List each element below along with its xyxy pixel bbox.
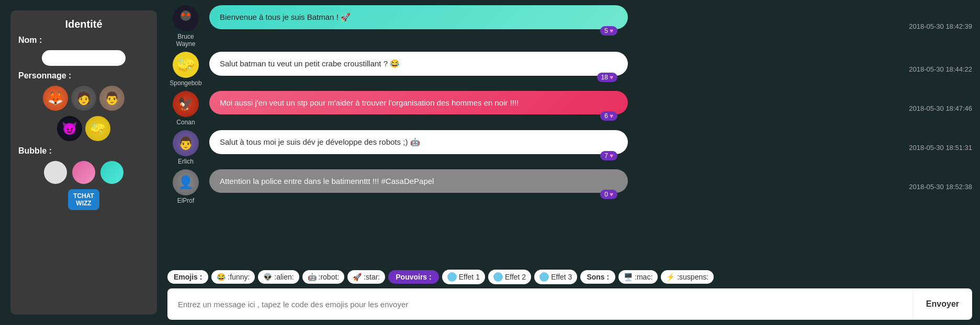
bubble-wrap: Attention la police entre dans le batime… xyxy=(209,169,898,193)
personnage-grid-row2: 😈 🧽 xyxy=(57,116,110,141)
bubble-wrap: Moi aussi j'en veut un stp pour m'aider … xyxy=(209,91,898,114)
svg-point-3 xyxy=(187,13,190,16)
message-bubble: Moi aussi j'en veut un stp pour m'aider … xyxy=(209,91,628,114)
avatar: 👤 xyxy=(173,169,199,195)
son-mac[interactable]: 🖥️ :mac: xyxy=(618,270,658,284)
bubble-label: Bubble : xyxy=(18,146,52,156)
message-bubble: Attention la police entre dans le batime… xyxy=(209,169,628,193)
bubble-options xyxy=(44,161,123,184)
avatar-option-2[interactable]: 🧑 xyxy=(71,86,96,111)
table-row: Bruce Wayne Bienvenue à tous je suis Bat… xyxy=(167,5,972,48)
avatar-option-3[interactable]: 👨 xyxy=(99,86,125,111)
send-button[interactable]: Envoyer xyxy=(913,288,972,320)
timestamp: 2018-05-30 18:47:46 xyxy=(909,105,972,112)
messages-area: Bruce Wayne Bienvenue à tous je suis Bat… xyxy=(167,5,977,265)
message-bubble: Bienvenue à tous je suis Batman ! 🚀 5 ♥ xyxy=(209,5,628,29)
timestamp: 2018-05-30 18:52:38 xyxy=(909,183,972,191)
main-area: Bruce Wayne Bienvenue à tous je suis Bat… xyxy=(162,0,980,325)
like-badge[interactable]: 5 ♥ xyxy=(600,26,617,36)
avatar: 🦅 xyxy=(173,91,199,117)
bubble-white[interactable] xyxy=(44,161,67,184)
like-badge[interactable]: 18 ♥ xyxy=(597,73,617,82)
personnage-label: Personnage : xyxy=(18,71,71,80)
personnage-grid: 🦊 🧑 👨 xyxy=(43,86,125,111)
timestamp: 2018-05-30 18:51:31 xyxy=(909,144,972,152)
avatar xyxy=(173,5,199,31)
user-name: Conan xyxy=(176,119,195,126)
bubble-cyan[interactable] xyxy=(100,161,123,184)
bubble-wrap: Bienvenue à tous je suis Batman ! 🚀 5 ♥ xyxy=(209,5,898,29)
name-input[interactable] xyxy=(42,50,126,66)
avatar: 👨 xyxy=(173,130,199,156)
emoji-alien[interactable]: 👽 :alien: xyxy=(258,270,299,284)
bubble-wrap: Salut batman tu veut un petit crabe crou… xyxy=(209,52,898,76)
message-input[interactable] xyxy=(167,288,913,320)
avatar: 🧽 xyxy=(173,52,199,78)
like-badge[interactable]: 6 ♥ xyxy=(600,111,617,121)
bubble-wrap: Salut à tous moi je suis dév je développ… xyxy=(209,130,898,154)
user-col: 👨 Erlich xyxy=(167,130,204,165)
user-col: Bruce Wayne xyxy=(167,5,204,48)
user-name: Erlich xyxy=(178,158,194,165)
effet-3[interactable]: Effet 3 xyxy=(534,270,577,284)
user-col: 👤 ElProf xyxy=(167,169,204,204)
table-row: 🧽 Spongebob Salut batman tu veut un peti… xyxy=(167,52,972,87)
user-col: 🦅 Conan xyxy=(167,91,204,126)
emojis-label: Emojis : xyxy=(167,270,208,284)
bubble-pink[interactable] xyxy=(72,161,95,184)
emoji-funny[interactable]: 😂 :funny: xyxy=(211,270,255,284)
message-bubble: Salut à tous moi je suis dév je développ… xyxy=(209,130,628,154)
user-name: Spongebob xyxy=(170,79,201,87)
sidebar-title: Identité xyxy=(65,18,102,30)
like-badge[interactable]: 7 ♥ xyxy=(600,151,617,160)
sidebar: Identité Nom : Personnage : 🦊 🧑 👨 😈 🧽 Bu… xyxy=(10,10,157,315)
message-bubble: Salut batman tu veut un petit crabe crou… xyxy=(209,52,628,76)
svg-point-2 xyxy=(182,13,185,16)
tchat-badge[interactable]: TCHATWIZZ xyxy=(68,189,99,210)
timestamp: 2018-05-30 18:42:39 xyxy=(909,22,972,30)
table-row: 👨 Erlich Salut à tous moi je suis dév je… xyxy=(167,130,972,165)
timestamp: 2018-05-30 18:44:22 xyxy=(909,65,972,73)
pouvoirs-label[interactable]: Pouvoirs : xyxy=(388,270,438,284)
input-area: Envoyer xyxy=(167,288,972,320)
sons-label: Sons : xyxy=(580,270,615,284)
user-name: ElProf xyxy=(177,197,195,204)
table-row: 👤 ElProf Attention la police entre dans … xyxy=(167,169,972,204)
nom-label: Nom : xyxy=(18,36,42,45)
son-suspens[interactable]: ⚡ :suspens: xyxy=(661,270,714,284)
table-row: 🦅 Conan Moi aussi j'en veut un stp pour … xyxy=(167,91,972,126)
avatar-option-5[interactable]: 🧽 xyxy=(85,116,110,141)
toolbar: Emojis : 😂 :funny: 👽 :alien: 🤖 :robot: 🚀… xyxy=(167,265,977,288)
effet-2[interactable]: Effet 2 xyxy=(488,270,531,284)
user-name: Bruce Wayne xyxy=(167,33,204,48)
user-col: 🧽 Spongebob xyxy=(167,52,204,87)
emoji-robot[interactable]: 🤖 :robot: xyxy=(302,270,345,284)
emoji-star[interactable]: 🚀 :star: xyxy=(347,270,385,284)
avatar-option-1[interactable]: 🦊 xyxy=(43,86,68,111)
avatar-option-4[interactable]: 😈 xyxy=(57,116,82,141)
effet-1[interactable]: Effet 1 xyxy=(442,270,485,284)
like-badge[interactable]: 0 ♥ xyxy=(600,190,617,199)
